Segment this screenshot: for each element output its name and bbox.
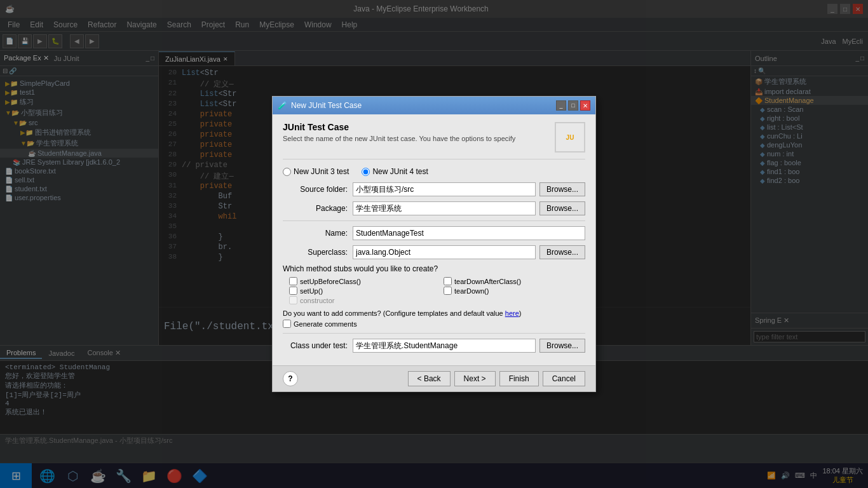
modal-description-area: JUnit Test Case Select the name of the n…: [283, 122, 515, 142]
name-row: Name:: [283, 226, 585, 240]
stub-teardownafterclass-cb[interactable]: [444, 277, 452, 285]
source-folder-row: Source folder: Browse...: [283, 182, 585, 196]
stub-teardown[interactable]: tearDown(): [444, 287, 585, 295]
comments-text: Do you want to add comments? (Configure …: [283, 309, 585, 317]
stub-constructor[interactable]: constructor: [289, 296, 431, 304]
superclass-label: Superclass:: [283, 248, 353, 257]
modal-overlay: 🧪 New JUnit Test Case _ □ ✕ JUnit Test C…: [0, 0, 868, 488]
junit-logo-text: JU: [566, 134, 574, 141]
modal-section-desc: Select the name of the new JUnit test ca…: [283, 135, 515, 142]
comments-section: Do you want to add comments? (Configure …: [283, 309, 585, 328]
modal-body: JUnit Test Case Select the name of the n…: [273, 114, 595, 365]
modal-titlebar-text: New JUnit Test Case: [291, 101, 362, 110]
cancel-button[interactable]: Cancel: [543, 371, 585, 386]
modal-section-title: JUnit Test Case: [283, 122, 515, 132]
radio-junit4[interactable]: New JUnit 4 test: [362, 167, 428, 176]
class-under-test-input[interactable]: [353, 339, 536, 353]
modal-titlebar: 🧪 New JUnit Test Case _ □ ✕: [273, 97, 595, 114]
generate-comments-option[interactable]: Generate comments: [283, 320, 585, 328]
modal-minimize[interactable]: _: [556, 100, 566, 111]
modal-footer: ? < Back Next > Finish Cancel: [273, 365, 595, 391]
stub-label: constructor: [300, 297, 334, 304]
modal-controls: _ □ ✕: [556, 100, 590, 111]
footer-buttons: < Back Next > Finish Cancel: [408, 371, 585, 386]
name-input[interactable]: [353, 226, 585, 240]
radio-junit3[interactable]: New JUnit 3 test: [283, 167, 349, 176]
here-link[interactable]: here: [505, 309, 519, 317]
divider: [283, 220, 585, 221]
stub-label: setUp(): [300, 287, 323, 295]
stub-setupbeforeclass-cb[interactable]: [289, 277, 297, 285]
next-button[interactable]: Next >: [454, 371, 496, 386]
stub-setupbeforeclass[interactable]: setUpBeforeClass(): [289, 277, 431, 285]
divider2: [283, 333, 585, 334]
radio-junit3-input[interactable]: [283, 168, 291, 176]
source-folder-browse[interactable]: Browse...: [539, 182, 585, 196]
modal-header: JUnit Test Case Select the name of the n…: [283, 122, 585, 159]
modal-close-button[interactable]: ✕: [580, 100, 590, 111]
modal-maximize[interactable]: □: [568, 100, 578, 111]
modal-title-area: 🧪 New JUnit Test Case: [278, 101, 362, 110]
superclass-browse[interactable]: Browse...: [539, 245, 585, 259]
radio-junit3-label: New JUnit 3 test: [294, 167, 349, 176]
stub-teardown-cb[interactable]: [444, 287, 452, 295]
class-under-test-label: Class under test:: [283, 341, 353, 350]
finish-button[interactable]: Finish: [499, 371, 539, 386]
superclass-row: Superclass: Browse...: [283, 245, 585, 259]
stub-teardownafterclass[interactable]: tearDownAfterClass(): [444, 277, 585, 285]
package-input[interactable]: [353, 201, 536, 215]
stubs-section: Which method stubs would you like to cre…: [283, 264, 585, 304]
package-row: Package: Browse...: [283, 201, 585, 215]
radio-junit4-input[interactable]: [362, 168, 370, 176]
back-button[interactable]: < Back: [408, 371, 451, 386]
superclass-input[interactable]: [353, 245, 536, 259]
radio-group: New JUnit 3 test New JUnit 4 test: [283, 167, 585, 176]
stub-setup[interactable]: setUp(): [289, 287, 431, 295]
stub-label: tearDown(): [454, 287, 489, 295]
junit-modal: 🧪 New JUnit Test Case _ □ ✕ JUnit Test C…: [272, 96, 596, 392]
package-browse[interactable]: Browse...: [539, 201, 585, 215]
comments-text-before: Do you want to add comments? (Configure …: [283, 309, 505, 317]
radio-junit4-label: New JUnit 4 test: [372, 167, 428, 176]
class-under-test-browse[interactable]: Browse...: [539, 339, 585, 353]
stub-setup-cb[interactable]: [289, 287, 297, 295]
modal-icon-small: 🧪: [278, 101, 287, 110]
source-folder-label: Source folder:: [283, 185, 353, 194]
source-folder-input[interactable]: [353, 182, 536, 196]
package-label: Package:: [283, 204, 353, 213]
name-label: Name:: [283, 229, 353, 238]
junit-logo: JU: [555, 122, 585, 152]
help-button[interactable]: ?: [283, 371, 298, 386]
stub-label: setUpBeforeClass(): [300, 278, 361, 285]
stub-label: tearDownAfterClass(): [454, 278, 521, 285]
generate-comments-label: Generate comments: [294, 320, 357, 328]
generate-comments-cb[interactable]: [283, 320, 291, 328]
stubs-title: Which method stubs would you like to cre…: [283, 264, 585, 273]
class-under-test-row: Class under test: Browse...: [283, 339, 585, 353]
stub-constructor-cb: [289, 296, 297, 304]
stubs-grid: setUpBeforeClass() tearDownAfterClass() …: [289, 277, 585, 304]
